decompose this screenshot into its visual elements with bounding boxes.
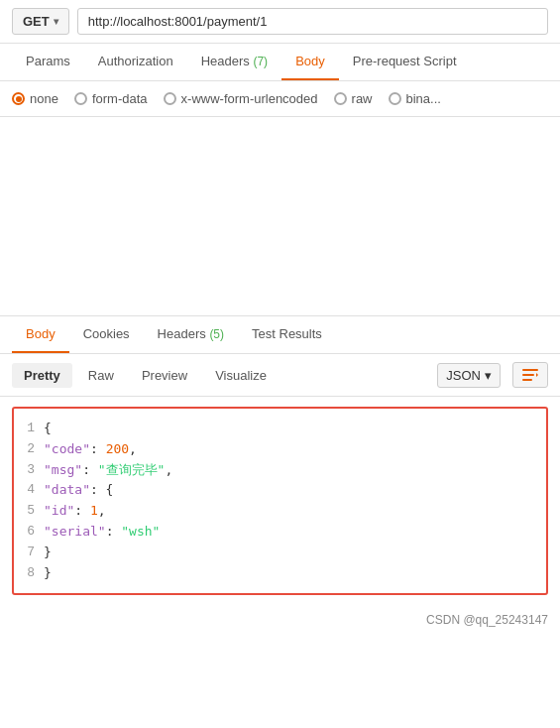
url-bar: GET ▾ bbox=[0, 0, 560, 44]
tab-headers[interactable]: Headers (7) bbox=[187, 44, 281, 80]
svg-rect-2 bbox=[522, 379, 532, 381]
tab-response-body[interactable]: Body bbox=[12, 316, 69, 353]
top-tabs: Params Authorization Headers (7) Body Pr… bbox=[0, 44, 560, 81]
body-type-row: none form-data x-www-form-urlencoded raw… bbox=[0, 81, 560, 117]
radio-binary[interactable]: bina... bbox=[389, 91, 441, 106]
radio-circle-raw bbox=[334, 92, 347, 105]
line-numbers: 1 2 3 4 5 6 7 8 bbox=[14, 419, 39, 583]
radio-formdata[interactable]: form-data bbox=[74, 91, 148, 106]
svg-rect-0 bbox=[522, 369, 538, 371]
resp-tab-visualize[interactable]: Visualize bbox=[203, 363, 279, 388]
headers-badge: (7) bbox=[253, 55, 268, 68]
resp-tab-preview[interactable]: Preview bbox=[130, 363, 199, 388]
tab-cookies[interactable]: Cookies bbox=[69, 316, 144, 353]
radio-circle-formdata bbox=[74, 92, 87, 105]
response-body-area: 1 2 3 4 5 6 7 8 { "code": 200, "msg": "查… bbox=[0, 397, 560, 605]
radio-urlencoded[interactable]: x-www-form-urlencoded bbox=[164, 91, 318, 106]
radio-circle-binary bbox=[389, 92, 401, 105]
tab-body[interactable]: Body bbox=[281, 44, 339, 80]
format-select[interactable]: JSON ▾ bbox=[437, 363, 501, 388]
url-input[interactable] bbox=[77, 8, 548, 35]
json-response: 1 2 3 4 5 6 7 8 { "code": 200, "msg": "查… bbox=[12, 407, 548, 595]
tab-params[interactable]: Params bbox=[12, 44, 84, 80]
method-chevron-icon: ▾ bbox=[54, 16, 58, 27]
request-body-area bbox=[0, 117, 560, 315]
response-toolbar: Pretty Raw Preview Visualize JSON ▾ bbox=[0, 354, 560, 397]
watermark: CSDN @qq_25243147 bbox=[0, 605, 560, 635]
tab-response-headers[interactable]: Headers (5) bbox=[144, 316, 238, 353]
radio-circle-urlencoded bbox=[164, 92, 176, 105]
svg-rect-1 bbox=[522, 374, 534, 376]
wrap-icon bbox=[521, 367, 539, 383]
response-headers-badge: (5) bbox=[209, 327, 224, 341]
method-select[interactable]: GET ▾ bbox=[12, 8, 69, 35]
radio-raw[interactable]: raw bbox=[334, 91, 373, 106]
tab-prerequest[interactable]: Pre-request Script bbox=[339, 44, 471, 80]
radio-circle-none bbox=[12, 92, 25, 105]
tab-authorization[interactable]: Authorization bbox=[84, 44, 187, 80]
method-label: GET bbox=[23, 14, 50, 29]
radio-none[interactable]: none bbox=[12, 91, 58, 106]
tab-test-results[interactable]: Test Results bbox=[238, 316, 336, 353]
resp-tab-raw[interactable]: Raw bbox=[76, 363, 126, 388]
resp-tab-pretty[interactable]: Pretty bbox=[12, 363, 72, 388]
json-code: { "code": 200, "msg": "查询完毕", "data": { … bbox=[44, 419, 536, 583]
wrap-button[interactable] bbox=[512, 362, 548, 388]
bottom-tabs: Body Cookies Headers (5) Test Results bbox=[0, 316, 560, 354]
